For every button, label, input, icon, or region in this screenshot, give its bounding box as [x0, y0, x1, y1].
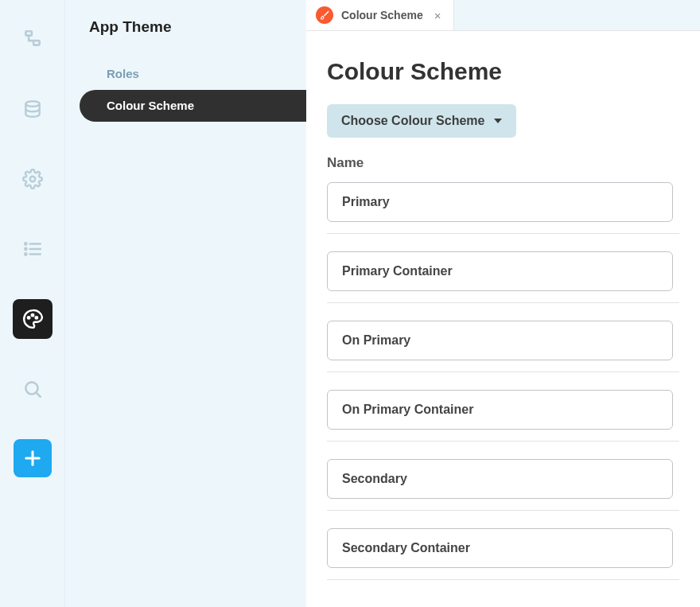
content: Colour Scheme Choose Colour Scheme NameP… — [306, 31, 700, 607]
svg-point-2 — [25, 101, 39, 107]
chooser-label: Choose Colour Scheme — [341, 114, 484, 128]
nav-search-icon[interactable] — [13, 369, 52, 409]
svg-point-6 — [25, 253, 26, 255]
tab-label: Colour Scheme — [341, 9, 423, 21]
colour-role-field[interactable]: On Primary — [327, 321, 673, 360]
side-panel: App Theme Roles Colour Scheme — [65, 0, 306, 607]
add-button[interactable] — [14, 439, 52, 477]
tab-bar: Colour Scheme × — [306, 0, 700, 31]
nav-gear-icon[interactable] — [13, 159, 52, 199]
name-column-header: Name — [327, 155, 679, 171]
tab-colour-scheme[interactable]: Colour Scheme × — [306, 0, 454, 30]
choose-colour-scheme-dropdown[interactable]: Choose Colour Scheme — [327, 104, 516, 138]
chevron-down-icon — [494, 119, 502, 123]
palette-brush-icon — [316, 6, 333, 24]
svg-point-5 — [25, 248, 26, 250]
svg-point-11 — [31, 314, 33, 317]
svg-point-3 — [29, 177, 35, 182]
side-item-colour-scheme[interactable]: Colour Scheme — [80, 90, 306, 122]
colour-role-field[interactable]: On Primary Container — [327, 390, 673, 430]
nav-database-icon[interactable] — [13, 89, 52, 129]
nav-tree-icon[interactable] — [13, 19, 52, 59]
svg-line-14 — [36, 393, 40, 397]
colour-role-field[interactable]: Primary — [327, 182, 673, 222]
colour-role-field[interactable]: Secondary Container — [327, 528, 673, 568]
nav-palette-icon[interactable] — [13, 299, 52, 339]
nav-rail — [0, 0, 65, 607]
nav-list-icon[interactable] — [13, 229, 52, 269]
side-panel-title: App Theme — [65, 8, 306, 58]
main-area: Colour Scheme × Colour Scheme Choose Col… — [306, 0, 700, 607]
svg-point-12 — [35, 317, 37, 319]
tab-close-icon[interactable]: × — [431, 9, 445, 22]
colour-role-field[interactable]: Primary Container — [327, 251, 673, 291]
colour-role-list: NamePrimaryPrimary ContainerOn PrimaryOn… — [327, 155, 679, 580]
svg-rect-1 — [33, 41, 40, 45]
page-title: Colour Scheme — [327, 58, 679, 85]
side-item-roles[interactable]: Roles — [65, 58, 306, 90]
svg-point-10 — [27, 317, 29, 319]
svg-point-4 — [25, 243, 26, 244]
colour-role-field[interactable]: Secondary — [327, 459, 673, 499]
